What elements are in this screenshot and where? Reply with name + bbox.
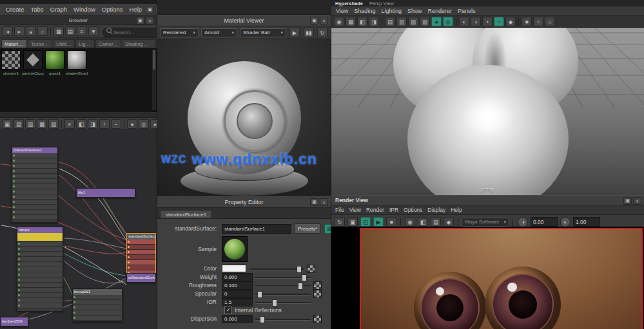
node-attr-row[interactable] <box>12 200 57 205</box>
roughness-field[interactable] <box>222 281 253 290</box>
node-attr-row[interactable] <box>73 315 122 321</box>
textured-highlight-icon[interactable]: ◎ <box>443 17 453 26</box>
perspective-viewport[interactable]: persp <box>331 28 644 195</box>
menu-panels[interactable]: Panels <box>458 8 476 14</box>
ior-field[interactable] <box>222 298 253 306</box>
home-icon[interactable]: ⌂ <box>37 26 48 36</box>
rgb-channels-icon[interactable]: ◧ <box>418 217 428 227</box>
align-icon[interactable]: ≡ <box>64 119 75 129</box>
map-texture-icon[interactable] <box>307 265 315 273</box>
node-ramp1[interactable]: ramp1 <box>17 227 63 312</box>
node-attr-row[interactable] <box>12 158 57 164</box>
sort-icon[interactable]: ≡ <box>77 26 87 36</box>
selection-highlight-icon[interactable]: ● <box>431 17 442 26</box>
exposure-field[interactable] <box>531 217 558 227</box>
node-attr-row[interactable] <box>12 164 57 169</box>
node-lambert2sg[interactable]: lambert2SG <box>0 317 28 326</box>
thumbnails-icon[interactable]: ▦ <box>54 26 64 36</box>
color-management-icon[interactable]: ◆ <box>444 217 454 227</box>
menu-view[interactable]: View <box>336 8 348 14</box>
node-attr-row[interactable] <box>127 255 155 260</box>
menu-ipr[interactable]: IPR <box>389 207 398 213</box>
geometry-dropdown[interactable]: Shader Ball ▾ <box>240 28 286 37</box>
lighting-icon[interactable]: ▥ <box>396 17 407 26</box>
node-attr-row[interactable] <box>17 298 63 303</box>
remove-node-icon[interactable]: − <box>111 119 121 129</box>
back-icon[interactable]: ◂ <box>3 26 13 36</box>
node-attr-row[interactable] <box>73 310 122 315</box>
node-attr-row[interactable] <box>17 272 63 277</box>
node-aistandardsurface1[interactable]: aiStandardSurface1 <box>126 273 156 283</box>
node-attr-row[interactable] <box>73 295 122 300</box>
node-attr-row[interactable] <box>73 300 122 305</box>
bookmark-icon[interactable]: ▣ <box>2 119 12 129</box>
exposure-knob-icon[interactable]: ◑ <box>518 217 528 227</box>
node-attr-row[interactable] <box>12 215 57 220</box>
menu-view[interactable]: View <box>349 207 361 213</box>
up-icon[interactable]: ▴ <box>26 26 36 36</box>
roughness-slider[interactable] <box>255 282 311 289</box>
close-icon[interactable]: × <box>320 198 328 206</box>
node-attr-row[interactable] <box>12 179 57 184</box>
home-view-icon[interactable]: ⌂ <box>545 17 555 26</box>
wireframe-icon[interactable]: ▤ <box>385 17 395 26</box>
menu-window[interactable]: Window <box>70 5 99 14</box>
ior-slider[interactable] <box>255 299 311 306</box>
node-attr-row[interactable] <box>127 240 155 245</box>
rows-layout-icon[interactable]: ▤ <box>14 119 24 129</box>
map-texture-icon[interactable] <box>313 315 322 323</box>
node-attr-row[interactable] <box>127 260 155 265</box>
render-region-icon[interactable]: ▣ <box>347 217 358 227</box>
swatch-display-icon[interactable]: ▧ <box>48 119 59 129</box>
shaded-mode-icon[interactable]: ◧ <box>357 17 367 26</box>
pause-icon[interactable]: ▮▮ <box>304 28 314 37</box>
node-attr-row[interactable] <box>12 153 57 158</box>
weight-slider[interactable] <box>255 274 311 281</box>
color-slider[interactable] <box>249 265 304 272</box>
ambient-occlusion-icon[interactable]: ▨ <box>420 17 430 26</box>
material-name-field[interactable] <box>222 224 291 234</box>
material-swatch-list[interactable]: checker1 particleCloud1 grass1 shaderGlo… <box>0 48 157 112</box>
popout-icon[interactable]: ▣ <box>136 17 144 24</box>
outline-icon[interactable]: ○ <box>533 17 543 26</box>
close-icon[interactable]: × <box>633 197 641 205</box>
textured-mode-icon[interactable]: ◨ <box>369 17 379 26</box>
node-bump2d1[interactable]: bump2d1 <box>72 288 122 322</box>
material-swatch-particle[interactable] <box>23 50 43 70</box>
node-attr-row[interactable] <box>12 189 57 194</box>
node-attr-row[interactable] <box>12 169 57 174</box>
popout-icon[interactable]: ▣ <box>146 6 154 14</box>
node-attr-row[interactable] <box>12 205 57 210</box>
close-icon[interactable]: × <box>146 17 154 24</box>
add-node-icon[interactable]: + <box>99 119 110 129</box>
fill-icon[interactable]: ■ <box>522 17 532 26</box>
redo-render-icon[interactable]: ↻ <box>335 217 345 227</box>
swatch-scrollbar[interactable] <box>152 50 156 110</box>
node-attr-row[interactable] <box>73 305 122 310</box>
specular-field[interactable] <box>222 290 253 298</box>
node-attr-row[interactable] <box>17 293 63 298</box>
tab-shading-groups[interactable]: Shading Groups <box>122 39 155 48</box>
ipr-render-icon[interactable]: ▶ <box>373 217 384 227</box>
renderer-dropdown[interactable]: Arnold ▾ <box>201 28 237 37</box>
node-attr-row[interactable] <box>12 210 57 215</box>
material-viewer-canvas[interactable] <box>157 39 331 196</box>
menu-display[interactable]: Display <box>427 207 445 213</box>
close-icon[interactable]: × <box>320 17 328 24</box>
popout-icon[interactable]: ▣ <box>310 17 318 24</box>
menu-help[interactable]: Help <box>451 207 462 213</box>
menu-create[interactable]: Create <box>3 5 28 14</box>
grid-icon[interactable]: ▦ <box>346 17 356 26</box>
menu-help[interactable]: Help <box>126 5 146 14</box>
display-mask-icon[interactable]: ◆ <box>505 17 516 26</box>
menu-shading[interactable]: Shading <box>354 8 375 14</box>
tab-cameras[interactable]: Cameras <box>95 39 121 48</box>
gamma-field[interactable] <box>573 217 600 227</box>
node-attr-row[interactable] <box>127 265 155 270</box>
node-attr-row[interactable] <box>17 241 63 247</box>
presets-button[interactable]: Presets* <box>294 223 321 234</box>
node-attr-row[interactable] <box>17 247 63 252</box>
weight-field[interactable] <box>222 273 253 281</box>
attribute-editor-icon[interactable]: ▤ <box>324 224 331 234</box>
node-attr-row[interactable] <box>12 194 57 200</box>
